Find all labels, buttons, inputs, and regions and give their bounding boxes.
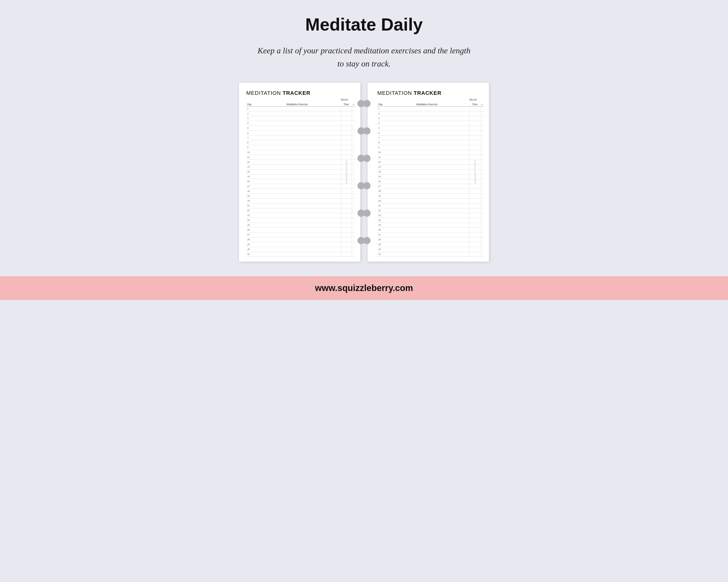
cell-exercise: [254, 198, 341, 203]
cell-check: -: [480, 242, 484, 247]
cell-day: 7: [378, 135, 385, 140]
cell-day: 6: [378, 131, 385, 135]
cell-check: -: [480, 169, 484, 174]
table-row: 22-: [378, 208, 484, 213]
right-ring-4: [363, 182, 370, 189]
table-row: 31-: [246, 252, 356, 256]
right-col-header-day: Day: [378, 103, 385, 107]
cell-time: [469, 121, 480, 126]
cell-day: 8: [378, 140, 385, 145]
cell-exercise: [254, 106, 341, 111]
cell-exercise: [254, 232, 341, 237]
cell-check: -: [480, 155, 484, 160]
cell-exercise: [254, 169, 341, 174]
cell-check: -: [352, 145, 356, 150]
cell-exercise: [254, 140, 341, 145]
table-row: 31-: [378, 252, 484, 256]
cell-exercise: [385, 213, 469, 218]
cell-exercise: [385, 150, 469, 155]
cell-time: [469, 111, 480, 116]
table-row: 26-: [246, 227, 356, 232]
cell-time: [469, 213, 480, 218]
cell-check: -: [352, 213, 356, 218]
trackers-section: MEDITATION TRACKER Month SQUIZZLEBERRY D…: [0, 83, 728, 276]
cell-check: -: [480, 218, 484, 223]
table-row: 18-: [378, 189, 484, 194]
table-row: 15-: [378, 174, 484, 179]
cell-exercise: [254, 184, 341, 189]
cell-exercise: [254, 145, 341, 150]
cell-check: -: [480, 227, 484, 232]
cell-check: -: [352, 252, 356, 256]
cell-day: 24: [378, 218, 385, 223]
cell-time: [469, 194, 480, 198]
right-tracker-page: MEDITATION TRACKER Month SQUIZZLEBERRY D…: [368, 83, 489, 262]
table-row: 26-: [378, 227, 484, 232]
subtitle: Keep a list of your practiced meditation…: [258, 44, 470, 71]
table-row: 12-: [378, 160, 484, 164]
cell-day: 27: [378, 232, 385, 237]
cell-exercise: [254, 247, 341, 252]
table-row: 14-: [378, 169, 484, 174]
title-plain: MEDITATION: [246, 90, 283, 96]
table-row: 4-: [246, 121, 356, 126]
cell-check: -: [480, 208, 484, 213]
cell-check: -: [352, 227, 356, 232]
cell-time: [469, 223, 480, 227]
table-row: 30-: [378, 247, 484, 252]
cell-time: [469, 116, 480, 121]
cell-day: 3: [246, 116, 254, 121]
cell-day: 21: [378, 203, 385, 208]
cell-day: 20: [246, 198, 254, 203]
cell-exercise: [385, 169, 469, 174]
cell-time: [469, 189, 480, 194]
cell-day: 20: [378, 198, 385, 203]
right-ring-5: [363, 210, 370, 217]
right-ring-6: [363, 237, 370, 244]
table-row: 7-: [246, 135, 356, 140]
table-row: 18-: [246, 189, 356, 194]
title-bold: TRACKER: [283, 90, 311, 96]
table-row: 10-: [378, 150, 484, 155]
cell-time: [469, 203, 480, 208]
cell-check: -: [352, 189, 356, 194]
cell-day: 22: [246, 208, 254, 213]
cell-day: 24: [246, 218, 254, 223]
table-row: 30-: [246, 247, 356, 252]
right-col-header-exercise: Meditation Exercise: [385, 103, 469, 107]
cell-day: 15: [378, 174, 385, 179]
cell-exercise: [385, 184, 469, 189]
cell-day: 13: [246, 164, 254, 169]
cell-exercise: [385, 218, 469, 223]
cell-check: -: [352, 218, 356, 223]
right-tracker-header: MEDITATION TRACKER: [378, 90, 484, 96]
cell-exercise: [385, 155, 469, 160]
cell-time: [469, 106, 480, 111]
cell-exercise: [385, 203, 469, 208]
cell-day: 10: [246, 150, 254, 155]
cell-time: [341, 111, 352, 116]
cell-check: -: [352, 106, 356, 111]
cell-exercise: [385, 106, 469, 111]
cell-exercise: [254, 237, 341, 242]
cell-time: [469, 247, 480, 252]
right-col-header-check: ✓: [480, 103, 484, 107]
table-row: 6-: [378, 131, 484, 135]
cell-check: -: [480, 237, 484, 242]
table-row: 8-: [378, 140, 484, 145]
cell-exercise: [385, 160, 469, 164]
page-wrapper: Meditate Daily Keep a list of your pract…: [0, 0, 728, 300]
cell-day: 31: [378, 252, 385, 256]
col-header-time: Time: [341, 103, 352, 107]
right-title-plain: MEDITATION: [378, 90, 414, 96]
cell-check: -: [480, 116, 484, 121]
cell-time: [341, 247, 352, 252]
col-header-exercise: Meditation Exercise: [254, 103, 341, 107]
cell-exercise: [254, 174, 341, 179]
left-tracker-wrapper: MEDITATION TRACKER Month SQUIZZLEBERRY D…: [239, 83, 360, 262]
cell-time: [341, 252, 352, 256]
cell-day: 12: [246, 160, 254, 164]
cell-day: 29: [378, 242, 385, 247]
right-col-header-time: Time: [469, 103, 480, 107]
table-row: 4-: [378, 121, 484, 126]
